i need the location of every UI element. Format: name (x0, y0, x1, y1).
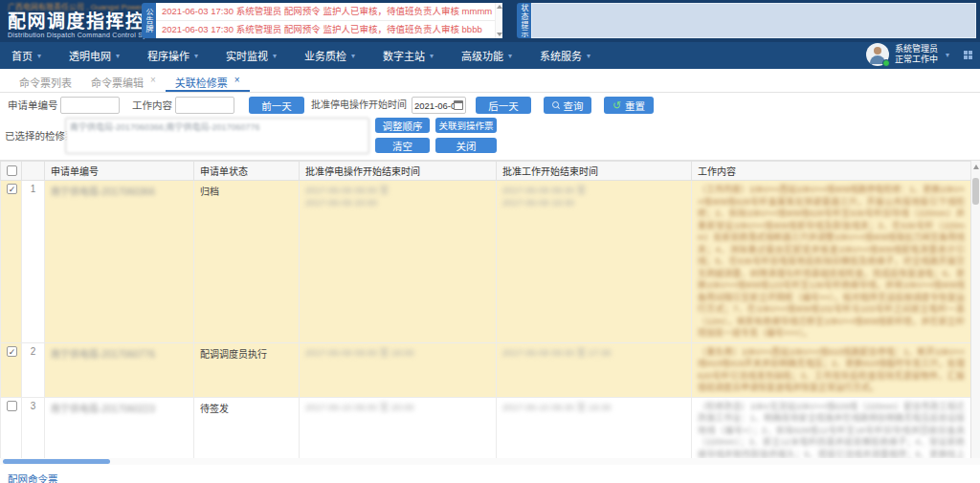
nav-item-realtime-monitor[interactable]: 实时监视▾ (226, 48, 277, 63)
ticket-number: 南宁供电局-2017060366 (51, 187, 155, 197)
scroll-down-icon[interactable] (497, 33, 502, 36)
query-button[interactable]: 查询 (544, 97, 591, 114)
scroll-up-icon[interactable] (497, 5, 502, 9)
status-tips-panel (531, 3, 976, 38)
row-checkbox[interactable] (7, 184, 17, 194)
prev-day-button[interactable]: 前一天 (249, 97, 304, 114)
filter-panel: 申请单编号 工作内容 前一天 批准停电操作开始时间 后一天 查询 ↺ 重置 已选… (0, 93, 980, 160)
announcement-scrollbar[interactable] (495, 3, 502, 38)
adjust-order-button[interactable]: 调整顺序 (375, 118, 430, 133)
nav-item-home[interactable]: 首页▾ (11, 48, 41, 63)
ticket-number: 南宁供电局-2017060776 (51, 349, 155, 360)
calendar-icon[interactable] (454, 100, 463, 110)
workspace-tabbar: 命令票列表 命令票编辑 × 关联检修票 × (0, 69, 980, 93)
col-ticket-status: 申请单状态 (194, 162, 300, 181)
reset-button[interactable]: ↺ 重置 (604, 97, 654, 114)
tab-command-ticket-edit[interactable]: 命令票编辑 × (81, 69, 166, 92)
work-content-input[interactable] (175, 97, 234, 114)
table-row[interactable]: 2 南宁供电局-2017060776 配调调度员执行 2017-06-09 09… (1, 342, 971, 397)
chevron-down-icon: ▾ (37, 52, 41, 60)
selected-tickets-textarea[interactable]: 南宁供电局-2017060366;南宁供电局-2017060776 (65, 118, 369, 154)
work-content: （工作内容）10kV××西站10kV××线909线路停电检修：1、更换10kV×… (698, 184, 965, 340)
work-time: 2017-06-10 08:30 至 19:30 (502, 402, 612, 412)
close-icon[interactable]: × (234, 75, 240, 90)
row-checkbox[interactable] (7, 346, 17, 357)
chevron-down-icon: ▾ (194, 52, 198, 60)
avatar (866, 43, 889, 66)
user-name: 系统管理员 (895, 44, 938, 55)
stop-time: 2017-06-09 09:00 至 18:00 (305, 347, 414, 358)
work-content: （重负荷）10kV××西站10kV××线910线路配合停电：1、断开10kV××… (698, 346, 965, 394)
chevron-down-icon: ▾ (351, 52, 355, 60)
col-work-time: 批准工作开始结束时间 (497, 162, 692, 181)
stop-time: 2017-06-10 08:00 至 20:00 (305, 402, 414, 412)
table-header-row: 申请单编号 申请单状态 批准停电操作开始结束时间 批准工作开始结束时间 工作内容 (1, 162, 971, 181)
tab-linked-maintenance-ticket[interactable]: 关联检修票 × (166, 69, 250, 92)
table-horizontal-scrollbar[interactable] (0, 458, 980, 465)
chevron-down-icon: ▾ (587, 52, 590, 60)
table-row[interactable]: 3 南宁供电局-2017060223 待签发 2017-06-10 08:00 … (1, 397, 971, 458)
footer-link-command-ticket[interactable]: 配网命令票 (8, 473, 58, 483)
nav-item-advanced[interactable]: 高级功能▾ (461, 48, 512, 63)
ticket-no-label: 申请单编号 (8, 97, 58, 114)
search-icon (552, 101, 560, 109)
ticket-status: 配调调度员执行 (194, 342, 300, 397)
user-status: 正常工作中 (895, 55, 938, 65)
row-checkbox[interactable] (7, 401, 17, 411)
col-work-content: 工作内容 (692, 162, 971, 181)
chevron-down-icon[interactable]: ▾ (946, 51, 949, 59)
scrollbar-thumb[interactable] (972, 178, 979, 205)
table-vertical-scrollbar[interactable] (970, 161, 980, 458)
nav-item-system-service[interactable]: 系统服务▾ (540, 48, 590, 63)
footer: 配网命令票 (0, 465, 980, 483)
date-input-wrap (412, 97, 466, 114)
announcement-item[interactable]: 2021-06-03 17:30 系统管理员 配网预令 监护人已审核，待值班负责… (156, 3, 502, 20)
col-ticket-no: 申请单编号 (45, 162, 194, 181)
nav-item-digital-station[interactable]: 数字主站▾ (383, 48, 434, 63)
announcement-item[interactable]: 2021-06-03 17:30 系统管理员 配网预令 监护人已审核，待值班负责… (156, 20, 502, 37)
status-tips-tab[interactable]: 状态提示 (517, 3, 531, 38)
work-time: 2017-06-09 08:30 至 2017-06-09 19:30 (502, 185, 586, 208)
ticket-status: 归档 (194, 181, 300, 343)
work-time: 2017-06-09 09:30 至 17:30 (502, 347, 612, 358)
next-day-button[interactable]: 后一天 (476, 97, 531, 114)
stop-time: 2017-06-09 08:00 至 2017-06-09 20:00 (305, 185, 389, 208)
select-all-checkbox[interactable] (7, 165, 17, 176)
tab-command-ticket-list[interactable]: 命令票列表 (10, 69, 81, 92)
scroll-up-icon[interactable] (973, 165, 979, 169)
scrollbar-thumb[interactable] (3, 459, 110, 464)
chevron-down-icon: ▾ (508, 52, 512, 60)
app-grid-icon[interactable] (964, 51, 972, 59)
clear-button[interactable]: 清空 (375, 138, 430, 153)
close-icon[interactable]: × (150, 75, 156, 92)
ticket-status: 待签发 (194, 397, 300, 458)
chevron-down-icon: ▾ (116, 52, 120, 60)
app-header: 广西电网有限责任公司 , Guangxi Power Grid 配网调度指挥控制… (0, 0, 980, 42)
col-stop-time: 批准停电操作开始结束时间 (300, 162, 497, 181)
user-menu[interactable]: 系统管理员 正常工作中 ▾ (866, 43, 953, 66)
nav-item-business-qc[interactable]: 业务质检▾ (304, 48, 355, 63)
col-index (22, 162, 45, 181)
date-input[interactable] (414, 100, 454, 111)
chevron-down-icon: ▾ (273, 52, 277, 60)
main-navbar: 首页▾ 透明电网▾ 程序操作▾ 实时监视▾ 业务质检▾ 数字主站▾ 高级功能▾ … (0, 42, 980, 69)
announcement-board-tab[interactable]: 公告牌 (142, 3, 156, 38)
link-to-operation-ticket-button[interactable]: 关联到操作票 (435, 118, 497, 133)
table-row[interactable]: 1 南宁供电局-2017060366 归档 2017-06-09 08:00 至… (1, 181, 971, 343)
online-status-dot (882, 59, 890, 67)
work-content-label: 工作内容 (132, 97, 172, 114)
ticket-number: 南宁供电局-2017060223 (51, 404, 155, 414)
nav-item-program-ops[interactable]: 程序操作▾ (147, 48, 198, 63)
announcement-board: 2021-06-03 17:30 系统管理员 配网预令 监护人已审核，待值班负责… (156, 3, 502, 38)
reset-icon: ↺ (612, 100, 621, 110)
date-filter-label: 批准停电操作开始时间 (311, 97, 407, 114)
chevron-down-icon: ▾ (430, 52, 434, 60)
ticket-no-input[interactable] (60, 97, 120, 114)
close-button[interactable]: 关闭 (435, 138, 497, 153)
maintenance-ticket-table: 申请单编号 申请单状态 批准停电操作开始结束时间 批准工作开始结束时间 工作内容… (0, 160, 980, 458)
work-content: （检修改造）10kV北流站10kV××线629线（220mm）配合市政工程迁改施… (698, 401, 965, 459)
nav-item-transparent-grid[interactable]: 透明电网▾ (69, 48, 120, 63)
